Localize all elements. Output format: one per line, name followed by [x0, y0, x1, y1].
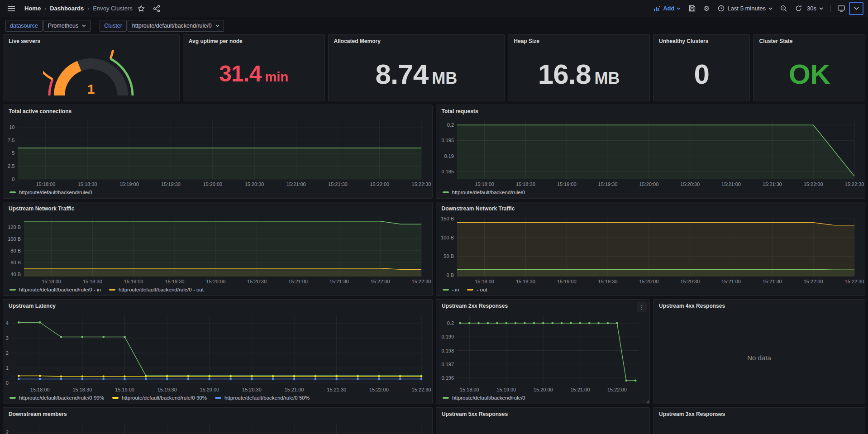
stat-value: 31.4 [219, 61, 261, 87]
tv-mode-button[interactable] [835, 2, 848, 15]
legend-item[interactable]: httproute/default/backend/rule/0 [443, 190, 525, 195]
panel-downstream-network-traffic: Downstream Network Traffic 0 B50 B100 B1… [436, 202, 866, 296]
panel-title[interactable]: Heap Size [508, 35, 649, 47]
legend-item[interactable]: httproute/default/backend/rule/0 [443, 395, 525, 401]
svg-text:15:21:00: 15:21:00 [286, 181, 306, 187]
svg-text:80 B: 80 B [10, 248, 21, 253]
panel-title[interactable]: Upstream 4xx Responses [653, 300, 865, 311]
panel-title[interactable]: Downstream members [3, 408, 432, 420]
timeseries-chart[interactable]: 40 B60 B80 B100 B120 B15:18:0015:18:3015… [3, 214, 432, 286]
stat-value: 8.74 [376, 58, 429, 90]
legend-item[interactable]: httproute/default/backend/rule/0 50% [215, 395, 310, 401]
share-dashboard-button[interactable] [150, 2, 163, 15]
svg-text:15:19:00: 15:19:00 [124, 279, 143, 284]
svg-text:2.5: 2.5 [8, 163, 14, 169]
hamburger-icon [8, 6, 15, 11]
svg-text:150 B: 150 B [441, 216, 454, 221]
refresh-button[interactable] [792, 2, 805, 15]
panel-title[interactable]: Cluster State [754, 35, 865, 47]
legend-item[interactable]: httproute/default/backend/rule/0 90% [112, 395, 207, 401]
star-icon [138, 5, 145, 12]
dashboard-variables-row: datasource Prometheus Cluster httproute/… [0, 19, 868, 33]
svg-text:15:22:00: 15:22:00 [607, 387, 627, 392]
legend-series-swatch [215, 397, 221, 399]
svg-text:3: 3 [6, 335, 9, 341]
save-dashboard-button[interactable] [685, 2, 699, 15]
panel-title[interactable]: Total active connections [3, 105, 432, 117]
panel-title[interactable]: Upstream 5xx Responses [436, 408, 649, 420]
legend-item[interactable]: httproute/default/backend/rule/0 99% [10, 395, 104, 401]
svg-text:0.199: 0.199 [441, 334, 454, 339]
chart-legend: httproute/default/backend/rule/0 - inhtt… [3, 286, 432, 296]
svg-text:15:20:00: 15:20:00 [200, 387, 219, 392]
timeseries-chart[interactable]: 215:18:0015:18:3015:19:0015:19:3015:20:0… [3, 420, 432, 434]
stat-unit: min [265, 70, 289, 85]
legend-series-label: httproute/default/backend/rule/0 [452, 395, 525, 401]
panel-title[interactable]: Total requests [436, 105, 865, 117]
svg-text:0 B: 0 B [446, 272, 454, 278]
svg-text:15:21:00: 15:21:00 [285, 387, 304, 392]
svg-text:15:20:00: 15:20:00 [639, 181, 658, 187]
svg-text:15:19:00: 15:19:00 [557, 279, 576, 284]
zoom-out-time-button[interactable] [777, 2, 791, 15]
breadcrumb-home[interactable]: Home [24, 5, 41, 12]
svg-text:15:22:00: 15:22:00 [370, 181, 389, 187]
panel-title[interactable]: Downstream Network Traffic [436, 202, 865, 214]
add-panel-button[interactable]: Add [650, 2, 684, 15]
breadcrumb-dashboards[interactable]: Dashboards [50, 5, 84, 12]
svg-text:15:19:30: 15:19:30 [598, 279, 617, 284]
svg-text:15:21:30: 15:21:30 [762, 279, 782, 284]
timeseries-chart[interactable]: 02.557.51015:18:0015:18:3015:19:0015:19:… [3, 117, 432, 188]
stat-value: OK [789, 58, 830, 90]
timeseries-chart[interactable] [653, 420, 865, 434]
panel-cluster-state: Cluster State OK [753, 34, 865, 101]
timeseries-chart[interactable]: 0123415:18:0015:18:3015:19:0015:19:3015:… [3, 311, 432, 394]
svg-text:15:19:30: 15:19:30 [161, 181, 181, 187]
panel-title[interactable]: Allocated Memory [329, 35, 505, 47]
legend-series-label: httproute/default/backend/rule/0 50% [224, 395, 310, 401]
panel-title[interactable]: Unhealthy Clusters [653, 35, 749, 47]
zoom-out-icon [780, 5, 787, 12]
svg-text:15:20:30: 15:20:30 [245, 181, 264, 187]
panel-title[interactable]: Upstream 2xx Responses [436, 300, 649, 311]
legend-series-label: httproute/default/backend/rule/0 [452, 190, 525, 195]
svg-text:15:18:30: 15:18:30 [72, 387, 92, 392]
menu-toggle-button[interactable] [5, 2, 18, 15]
favorite-star-button[interactable] [134, 2, 148, 15]
timeseries-chart[interactable]: 0.1960.1970.1980.1990.215:18:0015:19:001… [436, 311, 649, 394]
timeseries-chart[interactable]: 0 B50 B100 B150 B15:18:0015:18:3015:19:0… [436, 214, 865, 286]
kiosk-dropdown-button[interactable] [849, 2, 863, 15]
legend-item[interactable]: httproute/default/backend/rule/0 - out [109, 287, 204, 292]
panel-title[interactable]: Upstream Latency [3, 300, 432, 311]
svg-text:15:22:30: 15:22:30 [412, 279, 431, 284]
svg-text:15:21:00: 15:21:00 [288, 279, 308, 284]
timeseries-chart[interactable]: 0.1850.190.1950.215:18:0015:18:3015:19:0… [436, 117, 865, 188]
variable-cluster-label: Cluster [100, 20, 127, 32]
panel-menu-icon[interactable]: ⋮ [637, 302, 647, 312]
panel-upstream-4xx-responses: Upstream 4xx Responses No data [653, 299, 865, 404]
variable-cluster-select[interactable]: httproute/default/backend/rule/0 [128, 20, 224, 32]
legend-series-swatch [10, 289, 16, 291]
panel-resize-handle[interactable] [646, 400, 649, 403]
timeseries-chart[interactable] [436, 420, 649, 434]
stat-unit: MB [595, 69, 620, 88]
legend-item[interactable]: httproute/default/backend/rule/0 [10, 190, 92, 195]
panel-title[interactable]: Upstream Network Traffic [3, 202, 432, 214]
legend-item[interactable]: httproute/default/backend/rule/0 - in [10, 287, 101, 292]
time-range-picker[interactable]: Last 5 minutes [714, 2, 776, 15]
svg-text:15:22:30: 15:22:30 [412, 387, 431, 392]
legend-item[interactable]: - in [443, 287, 459, 292]
stat-value: 16.8 [538, 58, 591, 90]
svg-text:5: 5 [12, 150, 14, 156]
variable-datasource-select[interactable]: Prometheus [43, 20, 91, 32]
dashboard-settings-button[interactable]: ⚙ [700, 2, 713, 15]
legend-item[interactable]: - out [467, 287, 487, 292]
svg-text:0: 0 [6, 380, 9, 386]
panel-title[interactable]: Upstream 3xx Responses [653, 408, 865, 420]
svg-text:15:18:00: 15:18:00 [460, 387, 479, 392]
svg-text:15:19:00: 15:19:00 [119, 181, 139, 187]
panel-title[interactable]: Avg uptime per node [183, 35, 324, 47]
panel-title[interactable]: Live servers [3, 35, 179, 47]
refresh-interval-picker[interactable]: 30s [806, 2, 827, 15]
panel-upstream-5xx-responses: Upstream 5xx Responses [436, 407, 650, 434]
